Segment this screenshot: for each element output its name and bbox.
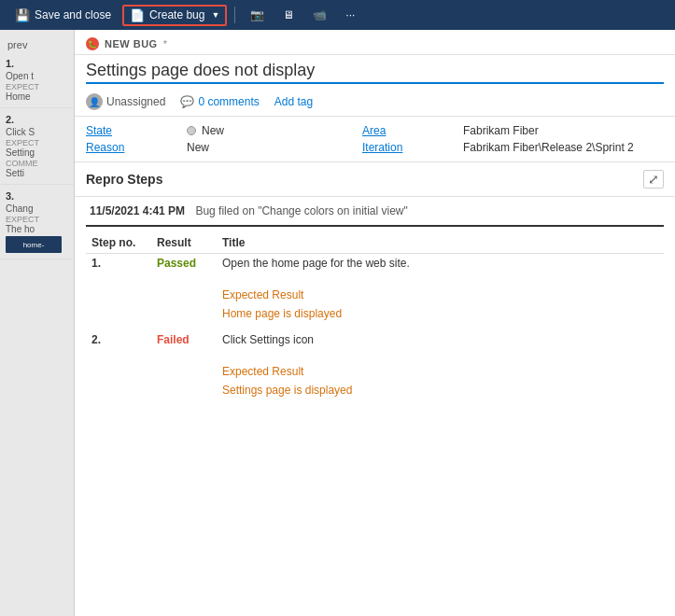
content-area: NEW BUG * 👤 Unassigned 💬 0 comments Add … (75, 30, 675, 616)
iteration-label[interactable]: Iteration (362, 141, 456, 154)
step-title-2: Click Settings icon (217, 330, 664, 349)
step-number-1: 1. (86, 254, 151, 324)
change-timestamp: 11/5/2021 4:41 PM (90, 204, 185, 217)
sidebar-item-2-comment-label: COMME (6, 159, 68, 168)
table-header-row: Step no. Result Title (86, 232, 664, 254)
add-tag-button[interactable]: Add tag (274, 95, 313, 108)
video-button[interactable]: 📹 (305, 6, 334, 24)
step-number-2: 2. (86, 330, 151, 399)
col-result: Result (151, 232, 217, 254)
bug-asterisk: * (163, 38, 167, 49)
steps-container: 11/5/2021 4:41 PM Bug filed on "Change c… (75, 197, 675, 418)
monitor-button[interactable]: 🖥 (275, 6, 302, 24)
sidebar-item-3-img-label: home- (23, 241, 45, 249)
bug-header: NEW BUG * (75, 30, 675, 55)
bug-title-input[interactable] (86, 59, 664, 84)
sidebar-item-1-number: 1. (6, 58, 68, 69)
sidebar-item-3-expected-label: EXPECT (6, 215, 68, 224)
sidebar-item-1[interactable]: 1. Open t EXPECT Home (0, 52, 74, 108)
step-title-1: Open the home page for the web site. (217, 254, 664, 273)
fields-grid: State New Area Fabrikam Fiber Reason New… (75, 117, 675, 162)
sidebar-item-2-number: 2. (6, 114, 68, 125)
meta-row: 👤 Unassigned 💬 0 comments Add tag (75, 90, 675, 117)
repro-header: Repro Steps ⤢ (75, 162, 675, 197)
sidebar-item-3-img: home- (6, 236, 62, 253)
assignee-label: Unassigned (106, 95, 165, 108)
table-row: 1. Passed Open the home page for the web… (86, 254, 664, 273)
repro-title: Repro Steps (86, 172, 162, 187)
save-close-label: Save and close (35, 8, 111, 21)
change-info: 11/5/2021 4:41 PM Bug filed on "Change c… (86, 197, 664, 227)
sidebar-item-3-expected-value: The ho (6, 224, 68, 234)
create-bug-label: Create bug (149, 8, 204, 21)
sidebar-item-2-label: Click S (6, 127, 68, 137)
state-dot (187, 126, 196, 135)
camera-icon: 📷 (250, 8, 264, 21)
camera-button[interactable]: 📷 (243, 6, 272, 24)
save-close-button[interactable]: 💾 Save and close (7, 6, 119, 25)
reason-label[interactable]: Reason (86, 141, 179, 154)
repro-expand-button[interactable]: ⤢ (643, 170, 664, 189)
sidebar: prev 1. Open t EXPECT Home 2. Click S EX… (0, 30, 75, 616)
col-step-no: Step no. (86, 232, 151, 254)
sidebar-item-2[interactable]: 2. Click S EXPECT Setting COMME Setti (0, 108, 74, 185)
state-label[interactable]: State (86, 124, 179, 137)
col-title: Title (217, 232, 664, 254)
sidebar-item-2-expected-value: Setting (6, 147, 68, 158)
step-expected-value-1: Home page is displayed (217, 304, 664, 323)
toolbar: 💾 Save and close 📄 Create bug ▼ 📷 🖥 📹 ··… (0, 0, 675, 30)
steps-table: Step no. Result Title 1. Passed Open the… (86, 232, 664, 407)
change-text: Bug filed on "Change colors on initial v… (195, 204, 407, 217)
sidebar-item-3[interactable]: 3. Chang EXPECT The ho home- (0, 185, 74, 259)
monitor-icon: 🖥 (283, 8, 294, 21)
toolbar-divider (234, 7, 235, 23)
video-icon: 📹 (313, 8, 327, 21)
sidebar-item-3-label: Chang (6, 203, 68, 214)
sidebar-item-2-expected-label: EXPECT (6, 138, 68, 147)
assignee-avatar: 👤 (86, 93, 103, 110)
area-label[interactable]: Area (362, 124, 456, 137)
sidebar-item-3-number: 3. (6, 190, 68, 202)
state-value[interactable]: New (187, 124, 355, 137)
more-icon: ··· (345, 8, 355, 21)
save-icon: 💾 (15, 8, 30, 22)
comment-icon: 💬 (180, 95, 194, 108)
create-bug-button[interactable]: 📄 Create bug ▼ (122, 5, 227, 26)
sidebar-item-1-expected-value: Home (6, 91, 68, 102)
assignee-field[interactable]: 👤 Unassigned (86, 93, 165, 110)
sidebar-item-2-comment-value: Setti (6, 168, 68, 178)
sidebar-prev[interactable]: prev (0, 37, 74, 52)
sidebar-item-1-expected-label: EXPECT (6, 82, 68, 91)
reason-value[interactable]: New (187, 141, 355, 154)
new-bug-label: NEW BUG (105, 38, 158, 49)
dropdown-arrow-icon: ▼ (211, 10, 219, 20)
step-result-2: Failed (151, 330, 217, 399)
step-result-1: Passed (151, 254, 217, 324)
step-expected-label-1: Expected Result (217, 273, 664, 304)
main-container: prev 1. Open t EXPECT Home 2. Click S EX… (0, 30, 675, 616)
table-row: 2. Failed Click Settings icon (86, 330, 664, 349)
add-tag-label: Add tag (274, 95, 313, 108)
more-button[interactable]: ··· (338, 6, 362, 24)
step-expected-value-2: Settings page is displayed (217, 381, 664, 399)
area-value[interactable]: Fabrikam Fiber (463, 124, 650, 137)
repro-section: Repro Steps ⤢ 11/5/2021 4:41 PM Bug file… (75, 162, 675, 616)
bug-icon (86, 37, 99, 50)
step-expected-label-2: Expected Result (217, 349, 664, 381)
comments-link[interactable]: 💬 0 comments (180, 95, 259, 108)
create-bug-doc-icon: 📄 (130, 8, 145, 22)
iteration-value[interactable]: Fabrikam Fiber\Release 2\Sprint 2 (463, 141, 650, 154)
comments-count: 0 comments (198, 95, 259, 108)
sidebar-item-1-label: Open t (6, 71, 68, 81)
